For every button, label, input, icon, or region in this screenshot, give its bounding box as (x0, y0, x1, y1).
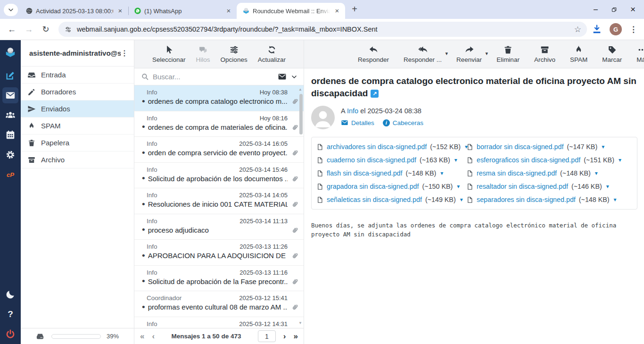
attachment-item[interactable]: grapadora sin disca-signed.pdf (~150 KB)… (316, 180, 466, 193)
attachment-item[interactable]: cuaderno sin disca-signed.pdf (~163 KB) … (316, 153, 466, 167)
address-bar[interactable]: webmail.sanjuan.gob.ec/cpsess5203502794/… (58, 22, 587, 37)
viewer-toolbar-button[interactable]: Responder ▾ (357, 45, 390, 63)
attachment-link[interactable]: borrador sin disca-signed.pdf (477, 143, 563, 151)
tab-close-icon[interactable]: × (224, 7, 233, 15)
attachment-link[interactable]: flash sin disca-signed.pdf (327, 169, 403, 177)
attachment-item[interactable]: archivadores sin disca-signed.pdf (~152 … (316, 140, 466, 153)
attachment-item[interactable]: señaleticas sin disca-signed.pdf (~149 K… (316, 193, 466, 206)
browser-tab[interactable]: Roundcube Webmail :: Enviados × (237, 3, 345, 19)
tab-close-icon[interactable]: × (333, 7, 341, 15)
attachment-link[interactable]: archivadores sin disca-signed.pdf (327, 143, 427, 151)
viewer-toolbar-button[interactable]: Más ▾ (636, 45, 644, 63)
settings-nav-button[interactable] (2, 147, 18, 163)
tab-search-button[interactable] (4, 4, 18, 16)
viewer-toolbar-button[interactable]: Archivo ▾ (533, 45, 556, 63)
attachment-menu-caret-icon[interactable]: ▾ (606, 183, 609, 190)
viewer-toolbar-button[interactable]: Reenviar ▾ (455, 45, 483, 63)
attachment-menu-caret-icon[interactable]: ▾ (457, 183, 460, 190)
browser-tab[interactable]: Actividad 2025-03-13 08:00:00 × (20, 3, 128, 19)
scrollbar-thumb[interactable] (299, 94, 303, 134)
url-text[interactable]: webmail.sanjuan.gob.ec/cpsess5203502794/… (77, 25, 570, 33)
attachment-link[interactable]: resma sin disca-signed.pdf (477, 169, 557, 177)
help-button[interactable]: ? (2, 306, 18, 322)
dropdown-caret-icon[interactable]: ▾ (486, 50, 488, 57)
attachment-link[interactable]: señaleticas sin disca-signed.pdf (327, 196, 422, 203)
open-in-new-window-icon[interactable]: ↗ (371, 90, 379, 98)
attachment-item[interactable]: resma sin disca-signed.pdf (~148 KB) ▾ (466, 167, 632, 180)
message-row[interactable]: Info Hoy 08:16 • ordenes de compra de ma… (134, 111, 304, 137)
scroll-up-icon[interactable]: ▲ (298, 87, 302, 92)
viewer-toolbar-button[interactable]: Eliminar ▾ (495, 45, 520, 63)
back-button[interactable]: ← (5, 25, 19, 34)
restore-button[interactable] (611, 7, 617, 13)
list-toolbar-button[interactable]: Seleccionar (151, 45, 187, 63)
folder-item[interactable]: Enviados (21, 101, 134, 117)
attachment-link[interactable]: resaltador sin disca-signed.pdf (477, 183, 568, 190)
details-link[interactable]: Detalles (341, 119, 374, 126)
scroll-down-icon[interactable]: ▼ (298, 321, 302, 325)
message-row[interactable]: Info 2025-03-12 14:31 • (134, 317, 304, 328)
recipient-link[interactable]: Info (347, 107, 358, 115)
attachment-menu-caret-icon[interactable]: ▾ (595, 170, 598, 176)
browser-tab[interactable]: (1) WhatsApp × (128, 3, 237, 19)
account-header[interactable]: asistente-administrativo@sa... ⋮ (21, 40, 134, 67)
attachment-link[interactable]: separadores sin disca-signed.pdf (477, 196, 576, 203)
attachment-menu-caret-icon[interactable]: ▾ (602, 143, 604, 150)
search-scope-envelope-icon[interactable] (278, 72, 287, 81)
next-page-button[interactable]: › (283, 332, 286, 341)
message-row[interactable]: Info 2025-03-14 15:46 • Solicitud de apr… (134, 163, 304, 189)
search-bar[interactable] (134, 68, 304, 85)
message-row[interactable]: Info 2025-03-14 11:13 • proceso adjudica… (134, 214, 304, 240)
message-row[interactable]: Info Hoy 08:38 • ordenes de compra catal… (134, 85, 304, 111)
message-row[interactable]: Info 2025-03-13 11:26 • APROBACION PARA … (134, 240, 304, 266)
attachment-item[interactable]: esferograficos sin disca-signed.pdf (~15… (466, 153, 632, 167)
new-tab-button[interactable]: + (349, 4, 360, 15)
attachment-item[interactable]: borrador sin disca-signed.pdf (~147 KB) … (466, 140, 632, 153)
calendar-nav-button[interactable] (2, 127, 18, 143)
attachment-link[interactable]: cuaderno sin disca-signed.pdf (327, 156, 416, 164)
page-number-input[interactable] (258, 330, 276, 342)
reload-button[interactable]: ↻ (39, 24, 53, 34)
dark-mode-button[interactable] (2, 286, 18, 302)
attachment-menu-caret-icon[interactable]: ▾ (460, 196, 463, 203)
attachment-item[interactable]: separadores sin disca-signed.pdf (~148 K… (466, 193, 632, 206)
folder-item[interactable]: Entrada (21, 67, 134, 84)
forward-button[interactable]: → (22, 25, 36, 34)
attachment-menu-caret-icon[interactable]: ▾ (614, 196, 617, 203)
contacts-nav-button[interactable] (2, 107, 18, 123)
headers-link[interactable]: iCabeceras (383, 119, 423, 126)
attachment-menu-caret-icon[interactable]: ▾ (440, 170, 443, 176)
attachment-item[interactable]: resaltador sin disca-signed.pdf (~146 KB… (466, 180, 632, 193)
bookmark-star-icon[interactable]: ☆ (574, 25, 581, 34)
message-row[interactable]: Info 2025-03-13 11:16 • Solicitud de apr… (134, 266, 304, 292)
logout-button[interactable] (2, 326, 18, 342)
folder-item[interactable]: Archivo (21, 151, 134, 168)
last-page-button[interactable]: » (294, 332, 298, 341)
folder-item[interactable]: Papelera (21, 134, 134, 151)
list-toolbar-button[interactable]: Actualizar (257, 45, 287, 63)
viewer-toolbar-button[interactable]: SPAM ▾ (569, 45, 588, 63)
close-window-button[interactable]: × (630, 4, 636, 15)
message-row[interactable]: Info 2025-03-14 16:05 • orden de compra … (134, 137, 304, 163)
attachment-menu-caret-icon[interactable]: ▾ (454, 157, 457, 163)
viewer-toolbar-button[interactable]: Marcar ▾ (601, 45, 623, 63)
folder-item[interactable]: Borradores (21, 84, 134, 101)
search-input[interactable] (153, 73, 274, 81)
folder-item[interactable]: SPAM (21, 117, 134, 134)
attachment-menu-caret-icon[interactable]: ▾ (619, 157, 621, 163)
dropdown-caret-icon[interactable]: ▾ (446, 50, 448, 57)
attachment-link[interactable]: grapadora sin disca-signed.pdf (327, 183, 419, 190)
message-row[interactable]: Info 2025-03-14 14:05 • Resoluciones de … (134, 188, 304, 214)
message-row[interactable]: Coordinador 2025-03-12 15:41 • proformas… (134, 291, 304, 317)
downloads-button[interactable] (592, 24, 602, 34)
attachment-link[interactable]: esferograficos sin disca-signed.pdf (477, 156, 580, 164)
browser-menu-icon[interactable]: ⋮ (629, 25, 637, 34)
mail-nav-button[interactable] (2, 87, 18, 103)
cpanel-button[interactable]: cP (2, 167, 18, 183)
folder-menu-icon[interactable]: ⋮ (121, 49, 128, 58)
attachment-item[interactable]: flash sin disca-signed.pdf (~148 KB) ▾ (316, 167, 466, 180)
site-settings-icon[interactable] (64, 25, 72, 34)
compose-button[interactable] (2, 67, 18, 84)
list-toolbar-button[interactable]: Opciones (220, 45, 248, 63)
profile-avatar[interactable]: G (610, 23, 622, 35)
